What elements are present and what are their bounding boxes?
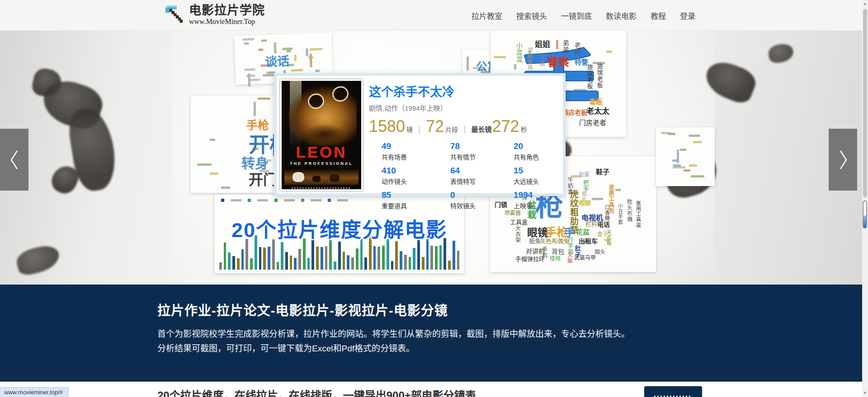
chart-bar — [334, 262, 336, 270]
features-heading: 20个拉片维度，在线拉片，在线排版，一键导出900+部电影分镜表 — [157, 387, 476, 397]
wordcloud-word: 对讲机 — [526, 248, 545, 255]
legend-label-placeholder — [284, 199, 295, 201]
wordcloud-word: 手 — [564, 227, 575, 238]
wordcloud-filler — [514, 64, 516, 70]
banner-text: 20个拉片维度分解电影 — [215, 214, 464, 243]
chevron-left-icon — [9, 149, 19, 170]
chart-bar — [391, 261, 394, 270]
wordcloud-filler — [254, 102, 256, 116]
wordcloud-word: 毒贩 — [589, 98, 603, 106]
intro-body-line1: 首个为影视院校学生完成影视分析课，拉片作业的网站。将学生们从繁杂的剪辑，截图，排… — [157, 327, 630, 341]
site-header: 电影拉片学院 www.MovieMiner.Top 拉片教室搜索镜头一镜到底数读… — [0, 0, 868, 31]
wordcloud-word: 出租车 — [579, 238, 598, 245]
wordcloud-word: 灰色布偶兔 — [540, 238, 569, 244]
stat-label: 表情特写 — [450, 177, 514, 186]
nav-item-tutorial[interactable]: 教程 — [651, 10, 666, 21]
legend-label-placeholder — [231, 199, 241, 201]
wordcloud-filler — [315, 70, 320, 72]
carousel-prev-button[interactable] — [0, 129, 28, 191]
chart-bar — [281, 242, 283, 270]
chart-bar — [422, 257, 425, 270]
movie-subtitle: 剧情,动作（1994年上映） — [369, 103, 562, 112]
chart-bar — [448, 261, 451, 270]
movie-stat: 78共有情节 — [450, 142, 514, 161]
chart-bar — [400, 251, 402, 270]
stat-value: 15 — [514, 166, 575, 176]
stat-value: 85 — [382, 191, 450, 200]
stat-label: 重要道具 — [382, 201, 450, 210]
wordcloud-filler — [309, 48, 322, 51]
wordcloud-word: 手枪 — [246, 119, 269, 131]
wordcloud-word: 大衣架 — [514, 225, 520, 243]
chart-bar — [228, 252, 231, 270]
wordcloud-word: 花盆 — [576, 229, 590, 236]
intro-section: 拉片作业-拉片论文-电影拉片-影视拉片-电影分镜 首个为影视院校学生完成影视分析… — [0, 285, 868, 382]
chart-bar — [232, 256, 235, 270]
nav-item-search-shots[interactable]: 搜索镜头 — [516, 10, 547, 21]
wordcloud-filler — [467, 56, 469, 70]
movie-poster: LEON THE PROFESSIONAL — [280, 79, 363, 191]
chart-bar — [329, 239, 332, 270]
main-nav: 拉片教室搜索镜头一镜到底数读电影教程登录 — [472, 0, 695, 31]
movie-stat: 64表情特写 — [450, 166, 514, 186]
carousel-next-button[interactable] — [829, 129, 857, 191]
scrollbar-down-arrow-icon[interactable]: ▼ — [863, 391, 867, 395]
wordcloud-filler — [291, 69, 303, 72]
wordcloud-filler — [661, 132, 671, 134]
stat-label: 动作镜头 — [382, 177, 450, 186]
scrollbar-up-arrow-icon[interactable]: ▲ — [863, 2, 867, 6]
chart-bar — [404, 255, 407, 270]
wordcloud-word: 把手 — [582, 180, 589, 192]
wordcloud-filler — [606, 51, 612, 53]
wordcloud-word: 邻居女孩 — [527, 47, 533, 70]
headline-value: 72 — [426, 118, 444, 135]
page: 电影拉片学院 www.MovieMiner.Top 拉片教室搜索镜头一镜到底数读… — [0, 0, 868, 397]
browser-status-tooltip: www.movieminer.top/# — [0, 387, 69, 397]
wordcloud-word: 枕头布偶 — [626, 199, 632, 222]
legend-label-placeholder — [337, 199, 348, 201]
wordcloud-filler — [258, 98, 270, 100]
pickaxe-logo-icon — [164, 4, 184, 25]
chart-bar — [250, 258, 253, 270]
poster-subtitle: THE PROFESSIONAL — [282, 161, 361, 166]
movie-stats-grid: 49共有场景78共有情节20共有角色410动作镜头64表情特写15大远镜头85重… — [382, 142, 562, 210]
chart-bar — [245, 239, 248, 270]
chart-bar — [237, 258, 240, 270]
chart-bar — [435, 246, 438, 270]
nav-item-login[interactable]: 登录 — [680, 10, 695, 21]
intro-heading: 拉片作业-拉片论文-电影拉片-影视拉片-电影分镜 — [157, 300, 448, 319]
wordcloud-filler — [294, 55, 297, 61]
wordcloud-word: 医用工具盒 — [635, 201, 641, 228]
nav-item-movie-by-numbers[interactable]: 数读电影 — [606, 10, 637, 21]
wordcloud-word: 谈话 — [265, 55, 290, 69]
chart-bar — [347, 255, 349, 270]
wordcloud-filler — [689, 164, 697, 167]
legend-swatch — [301, 199, 304, 202]
movie-stat: 0特效镜头 — [450, 191, 514, 210]
movie-stat: 85重要道具 — [382, 191, 450, 210]
nav-item-one-take[interactable]: 一镜到底 — [561, 10, 592, 21]
hero-carousel: 谈话公寓手枪开枪转身开门手小混混姐姐邻居女孩父亲警察特警弟弟老师旅店老板旅馆老板… — [0, 31, 868, 285]
stat-value: 78 — [450, 142, 514, 151]
chart-bar — [395, 241, 398, 270]
chart-bar — [219, 262, 222, 270]
chart-bar — [351, 257, 354, 270]
headline-value: 272 — [492, 118, 519, 135]
movie-stat: 1994上映年 — [514, 191, 575, 210]
chart-bar — [409, 257, 411, 270]
chart-bar — [277, 262, 279, 270]
scrollbar-thumb[interactable] — [863, 9, 867, 197]
nav-item-lapian-classroom[interactable]: 拉片教室 — [472, 10, 502, 21]
site-logo[interactable]: 电影拉片学院 www.MovieMiner.Top — [164, 4, 265, 26]
wordcloud-word: 盒子 — [597, 232, 608, 238]
scrollbar[interactable]: ▲ ▼ — [862, 0, 868, 397]
wordcloud-filler — [247, 75, 255, 77]
chevron-right-icon — [838, 149, 848, 170]
wordcloud-filler — [245, 68, 255, 71]
legend-swatch — [274, 199, 278, 202]
movie-stat: 15大远镜头 — [514, 166, 575, 186]
chart-bar — [316, 247, 319, 270]
wordcloud-filler — [680, 149, 686, 151]
features-cta-button[interactable] — [644, 386, 702, 397]
chart-bar — [343, 252, 345, 270]
